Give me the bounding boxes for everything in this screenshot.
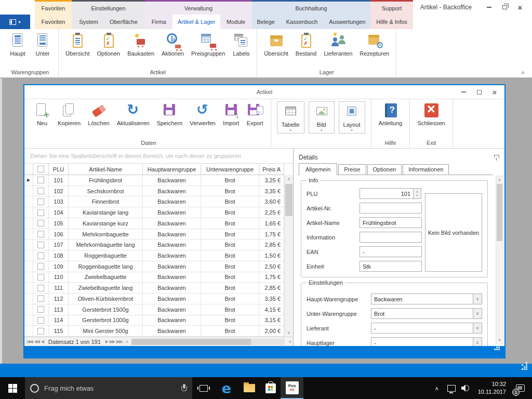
- resize-grip-icon[interactable]: [494, 349, 500, 355]
- details-vertical-scrollbar[interactable]: ∧ ∨: [496, 176, 503, 344]
- row-checkbox-cell[interactable]: [33, 272, 49, 283]
- haupt-warengruppe-combobox[interactable]: ∨: [371, 294, 482, 304]
- task-view-button[interactable]: [192, 377, 215, 399]
- checkbox[interactable]: [37, 274, 44, 281]
- artikel-uebersicht-button[interactable]: Übersicht: [62, 31, 93, 58]
- row-checkbox-cell[interactable]: [33, 218, 49, 229]
- table-row[interactable]: 114 Gersterbrot 1000g Backwaren Brot 3,1…: [24, 315, 284, 326]
- kopieren-button[interactable]: Kopieren: [55, 101, 84, 127]
- combo-value[interactable]: [371, 337, 473, 346]
- select-all-checkbox-cell[interactable]: [33, 164, 49, 175]
- labels-button[interactable]: Labels: [229, 31, 254, 58]
- row-checkbox-cell[interactable]: [33, 175, 49, 185]
- scroll-down-icon[interactable]: ∨: [496, 336, 503, 343]
- scrollbar-thumb[interactable]: [497, 184, 502, 241]
- volume-button[interactable]: [459, 377, 473, 399]
- row-checkbox-cell[interactable]: [33, 304, 49, 315]
- import-button[interactable]: ↓Import: [220, 101, 243, 127]
- tab-favoriten[interactable]: Favoriten: [36, 15, 71, 29]
- anleitung-button[interactable]: Anleitung: [376, 101, 406, 127]
- row-checkbox-cell[interactable]: [33, 326, 49, 336]
- table-row[interactable]: 115 Mini Gerster 500g Backwaren Brot 2,0…: [24, 326, 284, 337]
- start-button[interactable]: [0, 377, 25, 399]
- column-header-plu[interactable]: PLU: [49, 164, 69, 175]
- row-checkbox-cell[interactable]: [33, 207, 49, 218]
- lager-uebersicht-button[interactable]: Übersicht: [260, 31, 291, 58]
- collapse-ribbon-chevron-icon[interactable]: ∧: [521, 70, 525, 75]
- nav-next-page-icon[interactable]: ▶▶: [110, 339, 115, 344]
- row-checkbox-cell[interactable]: [33, 186, 49, 196]
- backoffice-app-button[interactable]: Pos bill: [281, 377, 303, 399]
- artikel-optionen-button[interactable]: ✓✗ Optionen: [93, 31, 124, 58]
- tab-module[interactable]: Module: [221, 15, 250, 29]
- table-row[interactable]: ▶ 101 Frühlingsbrot Backwaren Brot 3,25 …: [24, 175, 284, 186]
- loeschen-button[interactable]: Löschen: [85, 101, 113, 127]
- checkbox[interactable]: [37, 306, 44, 313]
- scroll-up-icon[interactable]: ∧: [285, 175, 293, 183]
- tab-kassenbuch[interactable]: Kassenbuch: [281, 15, 323, 29]
- column-header-preis-a[interactable]: Preis A: [259, 164, 284, 175]
- lieferanten-button[interactable]: Lieferanten: [320, 31, 356, 58]
- combo-value[interactable]: [371, 294, 473, 304]
- table-row[interactable]: 107 Mehrkornbaguette lang Backwaren Brot…: [24, 240, 284, 250]
- search-input[interactable]: [44, 384, 176, 392]
- einheit-field[interactable]: [360, 261, 422, 272]
- scrollbar-track[interactable]: [496, 183, 503, 336]
- chevron-down-icon[interactable]: ∨: [473, 323, 482, 334]
- checkbox[interactable]: [37, 252, 44, 259]
- baukasten-button[interactable]: Baukasten: [124, 31, 158, 58]
- file-explorer-button[interactable]: [238, 377, 261, 399]
- close-button[interactable]: ×: [512, 2, 528, 12]
- table-row[interactable]: 102 Sechskornbrot Backwaren Brot 3,35 €: [24, 186, 284, 197]
- hauptlager-combobox[interactable]: ∨: [371, 337, 482, 346]
- chevron-down-icon[interactable]: ∨: [473, 308, 482, 319]
- table-row[interactable]: 113 Gersterbrot 1500g Backwaren Brot 4,1…: [24, 304, 284, 315]
- bestand-button[interactable]: ✓✗ Bestand: [292, 31, 320, 58]
- scroll-right-icon[interactable]: >: [287, 339, 293, 344]
- tab-auswertungen[interactable]: Auswertungen: [324, 15, 370, 29]
- clock[interactable]: 10:32 10.11.2017: [474, 380, 510, 396]
- artikel-name-field[interactable]: [360, 217, 422, 228]
- tab-optionen[interactable]: Optionen: [367, 164, 402, 175]
- lieferant-combobox[interactable]: ∨: [371, 323, 482, 334]
- checkbox[interactable]: [37, 295, 44, 302]
- row-checkbox-cell[interactable]: [33, 250, 49, 261]
- nav-prev-page-icon[interactable]: ◀◀: [34, 339, 39, 344]
- tab-hilfe-infos[interactable]: Hilfe & Infos: [371, 15, 412, 29]
- tray-chevron-button[interactable]: ∧: [430, 377, 444, 399]
- scroll-down-icon[interactable]: ∨: [285, 329, 293, 337]
- microphone-icon[interactable]: [181, 384, 187, 393]
- table-row[interactable]: 104 Kaviarstange lang Backwaren Brot 2,2…: [24, 207, 284, 218]
- column-header-unterwarengruppe[interactable]: Unterwarengruppe: [201, 164, 259, 175]
- column-header-hauptwarengruppe[interactable]: Hauptwarengruppe: [143, 164, 201, 175]
- restore-button[interactable]: [497, 2, 512, 12]
- checkbox[interactable]: [37, 209, 44, 216]
- haupt-warengruppen-button[interactable]: Haupt: [5, 31, 30, 58]
- nav-first-icon[interactable]: |◀◀: [26, 339, 32, 344]
- maximize-button[interactable]: [471, 86, 487, 98]
- unter-warengruppen-button[interactable]: Unter: [30, 31, 55, 58]
- checkbox[interactable]: [37, 263, 44, 270]
- tab-system[interactable]: System: [74, 15, 103, 29]
- aktionen-button[interactable]: Aktionen: [158, 31, 188, 58]
- spinner-stepper[interactable]: ∧∨: [414, 188, 421, 199]
- checkbox[interactable]: [37, 177, 44, 183]
- tab-firma[interactable]: Firma: [147, 15, 171, 29]
- table-row[interactable]: 108 Roggenbaguette Backwaren Brot 1,50 €: [24, 250, 284, 261]
- close-button[interactable]: ×: [487, 86, 502, 98]
- table-row[interactable]: 111 Zwiebelbaguette lang Backwaren Brot …: [24, 283, 284, 294]
- plu-field[interactable]: [360, 188, 414, 199]
- table-row[interactable]: 110 Zwiebelbaguette Backwaren Brot 1,75 …: [24, 272, 284, 283]
- checkbox[interactable]: [37, 317, 44, 324]
- artikel-nr-field[interactable]: [360, 203, 422, 214]
- layout-dropdown-button[interactable]: Layout▾: [339, 101, 365, 134]
- application-menu-button[interactable]: ▾: [0, 15, 30, 29]
- grid-vertical-scrollbar[interactable]: ∧ ∨: [284, 175, 293, 337]
- row-checkbox-cell[interactable]: [33, 240, 49, 250]
- row-checkbox-cell[interactable]: [33, 283, 49, 293]
- nav-next-icon[interactable]: ▶: [105, 339, 108, 344]
- tab-informationen[interactable]: Informationen: [403, 164, 449, 175]
- checkbox[interactable]: [37, 242, 44, 248]
- tab-artikel-lager[interactable]: Artikel & Lager: [172, 15, 220, 29]
- column-header-artikel-name[interactable]: Artikel-Name: [69, 164, 143, 175]
